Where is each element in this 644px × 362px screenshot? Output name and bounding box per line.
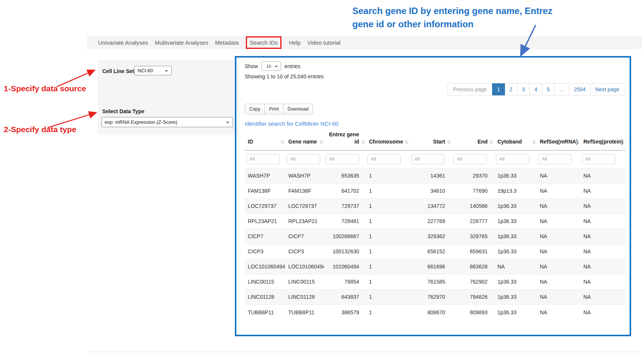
nav-tab-metadata[interactable]: Metadata (215, 39, 239, 47)
cell-cytoband: 1p36.33 (494, 304, 537, 320)
cell-end: 809893 (452, 304, 494, 320)
table-row: FAM138FFAM138F6417021346107769019p13.3NA… (245, 183, 625, 198)
cell-id: CICP7 (245, 229, 285, 244)
sort-icon[interactable]: ⇅ (405, 139, 409, 146)
chevron-down-icon: ⌄ (164, 68, 169, 72)
cell-id: TUBB8P11 (245, 304, 285, 320)
cell-refseq-mrna: NA (537, 259, 580, 274)
export-buttons: CopyPrintDownload (245, 104, 313, 114)
cell-end: 762902 (452, 274, 494, 289)
gene-table: ID⇅Gene name⇅Entrez geneid⇅Chromosome⇅St… (245, 129, 625, 320)
nav-tab-video-tutorial[interactable]: Video tutorial (307, 39, 341, 47)
bottom-divider (87, 352, 640, 352)
page-length-select[interactable]: 10 ⌄ (261, 61, 281, 71)
cell-chromosome: 1 (366, 274, 410, 289)
cell-chromosome: 1 (366, 214, 410, 229)
sort-icon[interactable]: ⇅ (621, 139, 625, 146)
cell-gene-name: LOC729737 (285, 198, 324, 214)
show-label: Show (245, 63, 258, 69)
sort-icon[interactable]: ⇅ (280, 139, 284, 146)
cell-cytoband: 19p13.3 (494, 183, 537, 198)
copy-button[interactable]: Copy (245, 104, 265, 114)
column-header-line: End (455, 138, 488, 145)
cell-refseq-mrna: NA (537, 304, 580, 320)
cell-cytoband: 1p36.33 (494, 214, 537, 229)
column-header-line: id (327, 138, 359, 145)
page-button-3[interactable]: 3 (517, 83, 530, 95)
page-button-5[interactable]: 5 (542, 83, 555, 95)
filter-input-chromosome[interactable] (367, 154, 401, 164)
filter-input-refseq-protein[interactable] (582, 154, 615, 164)
nav-tab-multivariate-analyses[interactable]: Multivariate Analyses (155, 39, 209, 47)
page-button-2504[interactable]: 2504 (569, 83, 591, 95)
nav-tab-search-ids[interactable]: Search IDs (246, 36, 281, 49)
cell-refseq-mrna: NA (537, 229, 580, 244)
filter-input-entrez-gene-id[interactable] (326, 154, 359, 164)
cell-line-set-select[interactable]: NCI-60 ⌄ (134, 66, 172, 75)
filter-cell-end (452, 150, 494, 169)
filter-cell-id (245, 150, 285, 169)
filter-input-id[interactable] (246, 154, 280, 164)
cell-cytoband: NA (494, 259, 537, 274)
nav-tab-help[interactable]: Help (288, 39, 301, 47)
cell-refseq-mrna: NA (537, 198, 580, 214)
table-row: TUBB8P11TUBB8P1138857918086708098931p36.… (245, 304, 625, 320)
cell-refseq-protein: NA (580, 168, 625, 183)
cell-end: 140566 (452, 198, 494, 214)
filter-input-cytoband[interactable] (496, 154, 529, 164)
cell-chromosome: 1 (366, 183, 410, 198)
filter-cell-refseq-protein (580, 150, 625, 169)
print-button[interactable]: Print (264, 104, 283, 114)
column-header-refseq-mrna[interactable]: RefSeq(mRNA)⇅ (537, 129, 580, 150)
sort-icon[interactable]: ⇅ (361, 139, 365, 146)
download-button[interactable]: Download (283, 104, 313, 114)
filter-input-start[interactable] (411, 154, 444, 164)
gene-table-filter-row (245, 150, 625, 169)
cell-gene-name: LINC01128 (285, 289, 324, 304)
sort-icon[interactable]: ⇅ (319, 139, 324, 146)
sort-icon[interactable]: ⇅ (575, 139, 580, 146)
column-header-gene-name[interactable]: Gene name⇅ (285, 129, 324, 150)
cell-gene-name: CICP7 (285, 229, 324, 244)
sort-icon[interactable]: ⇅ (447, 139, 451, 146)
data-type-select[interactable]: exp: mRNA Expression (Z-Score) ⌄ (102, 117, 233, 127)
column-header-line: Chromosome (369, 138, 403, 145)
previous-page-button[interactable]: Previous page (447, 83, 493, 95)
column-header-end[interactable]: End⇅ (452, 129, 494, 150)
identifier-search-link[interactable]: Identifier search for CellMiner NCI-60 (245, 120, 339, 127)
sort-icon[interactable]: ⇅ (532, 139, 536, 146)
column-header-id[interactable]: ID⇅ (245, 129, 285, 150)
column-header-chromosome[interactable]: Chromosome⇅ (366, 129, 410, 150)
cell-refseq-mrna: NA (537, 214, 580, 229)
cell-entrez-gene-id: 653635 (324, 168, 366, 183)
page-button-4[interactable]: 4 (529, 83, 542, 95)
filter-input-gene-name[interactable] (287, 154, 320, 164)
cell-end: 663628 (452, 259, 494, 274)
column-header-start[interactable]: Start⇅ (410, 129, 452, 150)
cell-id: LOC729737 (245, 198, 285, 214)
gene-table-head: ID⇅Gene name⇅Entrez geneid⇅Chromosome⇅St… (245, 129, 625, 168)
cell-end: 228777 (452, 214, 494, 229)
cell-id: LINC00115 (245, 274, 285, 289)
gene-table-header-row: ID⇅Gene name⇅Entrez geneid⇅Chromosome⇅St… (245, 129, 625, 150)
column-header-refseq-protein[interactable]: RefSeq(protein)⇅ (580, 129, 625, 150)
cell-start: 227769 (410, 214, 452, 229)
filter-input-refseq-mrna[interactable] (538, 154, 572, 164)
sort-icon[interactable]: ⇅ (489, 139, 494, 146)
step2-annotation: 2-Specify data type (4, 125, 76, 134)
column-header-cytoband[interactable]: Cytoband⇅ (494, 129, 537, 150)
cell-end: 29370 (452, 168, 494, 183)
cell-entrez-gene-id: 79854 (324, 274, 366, 289)
cell-cytoband: 1p36.33 (494, 198, 537, 214)
cell-gene-name: TUBB8P11 (285, 304, 324, 320)
filter-input-end[interactable] (453, 154, 487, 164)
filter-cell-start (410, 150, 452, 169)
column-header-line: Entrez gene (327, 131, 359, 138)
nav-tab-univariate-analyses[interactable]: Univariate Analyses (98, 39, 148, 47)
cell-chromosome: 1 (366, 259, 410, 274)
next-page-button[interactable]: Next page (590, 83, 624, 95)
page-button-2[interactable]: 2 (505, 83, 517, 95)
column-header-entrez-gene-id[interactable]: Entrez geneid⇅ (324, 129, 366, 150)
page-button-1[interactable]: 1 (492, 83, 505, 95)
table-row: CICP7CICP710028866713293623297651p36.33N… (245, 229, 625, 244)
